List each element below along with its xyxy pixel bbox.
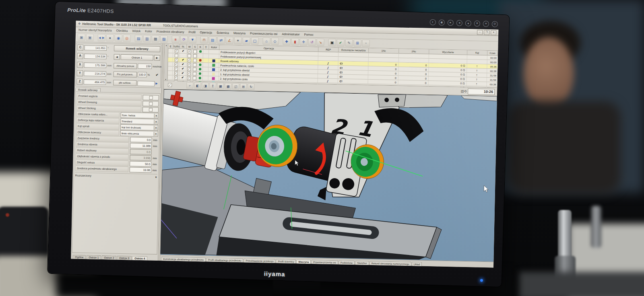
menu-item[interactable]: Operacja [200, 31, 213, 35]
checkbox[interactable] [193, 67, 196, 71]
view-tab[interactable]: Sketcher [355, 261, 369, 265]
checkbox[interactable] [149, 96, 153, 99]
view-tab[interactable]: Maszyna [296, 259, 311, 264]
checkbox[interactable] [192, 76, 196, 80]
checkbox[interactable] [193, 54, 196, 58]
grind-point-field[interactable] [137, 80, 155, 86]
menu-item[interactable]: Przemieszczenia osi [250, 32, 278, 36]
toolbar-button[interactable]: ▦ [152, 35, 159, 42]
param-dropdown[interactable]: Kąt linii śrubowej▼ [120, 124, 158, 131]
minimize-button[interactable]: – [477, 30, 483, 35]
toolbar-button[interactable]: ⊓ [200, 36, 208, 43]
checkbox[interactable]: ✓ [174, 62, 178, 66]
view-tab[interactable]: Przemieszczenia osi [311, 260, 338, 264]
view-tab[interactable]: Układ [412, 262, 422, 266]
viewport-button[interactable]: ▩ [225, 83, 231, 89]
view-tab[interactable]: Profil obrabianego przedmiotu [206, 257, 244, 262]
close-button[interactable]: ✕ [491, 30, 496, 35]
checkbox[interactable] [193, 49, 196, 53]
toolbar-button[interactable]: ✔ [336, 39, 344, 46]
menu-item[interactable]: Pomoc [304, 33, 314, 36]
color-chip[interactable] [213, 55, 215, 58]
color-chip[interactable] [212, 64, 215, 66]
param-label[interactable]: Średnica rdzenia [76, 142, 129, 148]
color-chip[interactable] [212, 72, 215, 75]
param-label[interactable]: Obliczanie rowka wibro... [76, 111, 120, 118]
toolbar-button[interactable]: ▰ [242, 37, 250, 44]
param-label[interactable]: Długość ostrza [75, 160, 128, 166]
param-dropdown[interactable]: Standard▼ [120, 118, 158, 125]
edge-tab[interactable]: Ostrze 2 [101, 255, 116, 260]
checkbox[interactable]: ✓ [187, 76, 191, 80]
expand-icon[interactable]: ▼ [155, 176, 157, 178]
menu-item[interactable]: Przedmiot obrabiany [157, 30, 184, 34]
checkbox[interactable] [149, 108, 152, 111]
checkbox[interactable]: ✓ [187, 63, 191, 66]
color-chip[interactable] [213, 59, 215, 62]
chevron-down-icon[interactable]: ▼ [154, 132, 158, 136]
toolbar-button[interactable]: ⟳ [180, 36, 188, 43]
edge-tab[interactable]: Ostrze 3 [117, 256, 132, 260]
toolbar-button[interactable]: ▫ [362, 39, 369, 47]
viewport-checkbox[interactable]: ✓ [168, 83, 172, 87]
edge-selector[interactable]: Ostrze 1 [121, 54, 153, 61]
viewport-button[interactable]: ▦ [217, 83, 224, 89]
menu-item[interactable]: Maszyna [233, 31, 246, 35]
chevron-down-icon[interactable]: ▼ [154, 126, 158, 130]
toolbar-button[interactable]: ʙ [172, 36, 180, 43]
menu-item[interactable]: Profil [188, 30, 195, 34]
menu-item[interactable]: Obróbka [116, 29, 128, 33]
osd-button[interactable]: ▴ [465, 20, 471, 26]
viewport-button[interactable]: ⌐ [186, 82, 193, 88]
viewport-button[interactable]: ◨ [202, 82, 208, 89]
play-icon[interactable]: ▶ [155, 82, 159, 85]
view-tab[interactable]: Rekord sterowania numerycznego [369, 261, 411, 266]
param-value-field[interactable]: 19.98 [130, 167, 151, 173]
axis-value-field[interactable]: 175.388 [84, 62, 106, 68]
param-value-field[interactable]: 50.0 [130, 161, 151, 166]
param-label[interactable]: Kąt spirali [76, 123, 119, 130]
edge-tab[interactable]: Ogólne [72, 255, 86, 259]
grind-point-button[interactable]: pkt szlifow. [113, 80, 136, 86]
toolbar-button[interactable]: ▼ [189, 36, 196, 43]
param-value-field[interactable]: 3.996 [130, 155, 151, 160]
menu-item[interactable]: Numer identyf.Narzędzia [78, 28, 112, 33]
osd-button[interactable]: ◐ [430, 19, 436, 25]
color-chip[interactable] [212, 68, 215, 71]
3d-viewport[interactable]: 2 1 [160, 89, 497, 261]
prev-edge-button[interactable]: ◀ [114, 54, 120, 60]
axis-button[interactable]: C [77, 45, 83, 51]
next-edge-button[interactable]: ▶ [154, 55, 160, 61]
menu-item[interactable]: Kolor [145, 29, 152, 33]
axis-button[interactable]: A [77, 53, 83, 59]
axis-button[interactable]: Z [76, 79, 83, 85]
menu-item[interactable]: Administrator [282, 32, 299, 36]
toolbar-button[interactable]: ◉ [115, 35, 122, 42]
view-tab[interactable]: Przedstawienie przekroju [244, 258, 275, 263]
checkbox[interactable]: ✓ [174, 58, 178, 62]
toolbar-button[interactable]: ▣ [86, 34, 94, 41]
viewport-button[interactable]: ↥ [209, 83, 216, 89]
feed-field[interactable]: 150 [138, 64, 152, 69]
edge-tab[interactable]: Ostrze 1 [86, 255, 101, 259]
axis-value-field[interactable]: 214.274 [84, 71, 106, 76]
axis-value-field[interactable]: 464.475 [83, 79, 106, 85]
toolbar-button[interactable]: ● [106, 34, 114, 41]
osd-button[interactable]: ▾ [474, 21, 480, 27]
toolbar-button[interactable]: ↺ [308, 39, 316, 46]
toolbar-button[interactable]: ✦ [234, 37, 242, 44]
toolbar-button[interactable]: ↘ [316, 39, 324, 46]
toolbar-button[interactable]: ◄► [98, 34, 105, 41]
chevron-down-icon[interactable]: ▼ [154, 114, 158, 118]
axis-button[interactable]: X [77, 62, 83, 68]
toolbar-button[interactable]: ✚ [283, 38, 290, 45]
param-label[interactable]: Średnica przedmiotu obrabianego [75, 166, 128, 173]
clock-icon[interactable]: ⟲ [464, 89, 466, 93]
view-tab[interactable]: Profil ściernicy [276, 259, 296, 263]
axis-value-field[interactable]: 141.851 [84, 45, 107, 51]
checkbox[interactable] [192, 72, 196, 75]
checkbox[interactable]: ✓ [187, 67, 191, 71]
toolbar-button[interactable]: ◎ [123, 35, 131, 42]
axis-button[interactable]: Y [77, 70, 83, 76]
osd-button[interactable]: ⊙ [492, 21, 498, 27]
